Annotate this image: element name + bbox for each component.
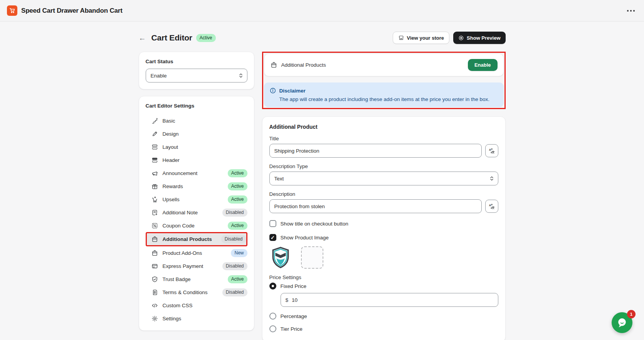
percentage-radio[interactable]: Percentage — [269, 313, 498, 320]
chevron-updown-icon — [239, 73, 243, 78]
eye-icon — [458, 35, 464, 41]
cart-editor-settings-card: Cart Editor Settings Basic Design — [139, 96, 254, 331]
description-type-label: Description Type — [269, 163, 498, 169]
radio-selected[interactable] — [269, 283, 276, 290]
stairs-icon — [151, 117, 158, 125]
translate-icon[interactable]: A — [485, 144, 498, 157]
gear-icon — [151, 315, 158, 322]
item-badge: Active — [228, 222, 247, 230]
credit-card-icon — [151, 263, 158, 270]
sidebar-item-settings[interactable]: Settings — [146, 312, 247, 325]
note-plus-icon — [151, 209, 158, 216]
disclaimer-text: The app will create a product including … — [279, 96, 498, 102]
svg-text:A: A — [489, 148, 491, 151]
item-badge: Disabled — [221, 235, 246, 243]
item-badge: New — [231, 249, 247, 257]
item-badge: Disabled — [222, 262, 247, 270]
annotation-highlight-box: Additional Products Enable Disclaimer Th… — [262, 52, 506, 109]
cart-status-title: Cart Status — [146, 59, 247, 64]
sidebar-item-terms-conditions[interactable]: Terms & Conditions Disabled — [146, 286, 247, 299]
sidebar-item-custom-css[interactable]: Custom CSS — [146, 299, 247, 312]
chat-unread-badge: 1 — [627, 310, 636, 318]
form-title: Additional Product — [269, 124, 498, 130]
item-badge: Active — [228, 182, 247, 190]
price-settings-label: Price Settings — [269, 274, 498, 280]
radio-unselected[interactable] — [269, 325, 276, 332]
show-preview-button[interactable]: Show Preview — [453, 32, 505, 44]
info-icon — [269, 87, 276, 94]
sidebar-item-express-payment[interactable]: Express Payment Disabled — [146, 259, 247, 273]
title-label: Title — [269, 136, 498, 141]
settings-panel-title: Cart Editor Settings — [146, 103, 247, 109]
fixed-price-input[interactable] — [292, 297, 493, 303]
sidebar-item-additional-products[interactable]: Additional Products Disabled — [146, 232, 247, 246]
sidebar-item-design[interactable]: Design — [146, 127, 247, 140]
sidebar-item-announcement[interactable]: Announcement Active — [146, 167, 247, 180]
module-title: Additional Products — [281, 62, 326, 68]
megaphone-icon — [151, 170, 158, 177]
item-badge: Disabled — [222, 288, 247, 296]
sidebar-item-basic[interactable]: Basic — [146, 114, 247, 127]
chevron-updown-icon — [489, 176, 494, 181]
product-box-icon — [151, 249, 158, 257]
back-arrow-icon[interactable]: ← — [139, 34, 146, 42]
ellipsis-menu-icon[interactable] — [625, 7, 637, 15]
additional-products-header-card: Additional Products Enable — [264, 54, 504, 76]
description-input[interactable] — [269, 199, 482, 213]
storefront-icon — [398, 35, 404, 41]
disclaimer-banner: Disclaimer The app will create a product… — [264, 82, 504, 107]
sidebar-item-product-add-ons[interactable]: Product Add-Ons New — [146, 246, 247, 259]
fixed-price-radio[interactable]: Fixed Price — [269, 283, 498, 290]
settings-list: Basic Design Layout — [146, 114, 247, 325]
view-store-button[interactable]: View your store — [393, 32, 450, 44]
page-title: Cart Editor — [151, 33, 192, 42]
page-header: ← Cart Editor Active View your store Sho… — [139, 22, 506, 52]
code-icon — [151, 302, 158, 309]
sidebar-item-upsells[interactable]: Upsells Active — [146, 193, 247, 206]
cart-up-icon — [151, 196, 158, 203]
checkbox-unchecked[interactable] — [269, 220, 276, 227]
sidebar-item-header[interactable]: Header — [146, 153, 247, 167]
item-badge: Active — [228, 275, 247, 283]
item-badge: Active — [228, 169, 247, 177]
empty-image-upload-slot[interactable] — [301, 246, 323, 269]
description-type-select[interactable]: Text — [269, 172, 498, 185]
cart-status-card: Cart Status Enable — [139, 52, 254, 89]
layout-icon — [151, 143, 158, 151]
additional-product-card: Additional Product Title A Description T… — [262, 116, 506, 340]
product-box-icon — [270, 61, 277, 69]
fixed-price-field: $ — [281, 293, 498, 307]
enable-button[interactable]: Enable — [468, 59, 498, 71]
checkbox-checked[interactable]: ✓ — [269, 234, 276, 241]
percent-icon — [151, 222, 158, 229]
svg-text:A: A — [489, 204, 491, 207]
item-badge: Disabled — [222, 209, 247, 217]
shield-protection-image[interactable] — [269, 246, 292, 269]
show-product-image-checkbox[interactable]: ✓ Show Product Image — [269, 234, 498, 241]
radio-unselected[interactable] — [269, 313, 276, 320]
title-input[interactable] — [269, 144, 482, 158]
currency-prefix: $ — [286, 297, 289, 303]
paintbrush-icon — [151, 130, 158, 138]
header-icon — [151, 157, 158, 164]
item-badge: Active — [228, 195, 247, 204]
status-badge: Active — [196, 34, 216, 42]
product-box-icon — [151, 236, 158, 243]
app-logo-icon — [7, 5, 17, 16]
sidebar-item-trust-badge[interactable]: Trust Badge Active — [146, 273, 247, 286]
chat-launcher[interactable]: 1 — [612, 310, 636, 333]
terms-doc-icon — [151, 289, 158, 296]
shield-check-icon — [151, 276, 158, 283]
show-title-checkbox[interactable]: Show title on checkout button — [269, 220, 498, 227]
cart-status-select[interactable]: Enable — [146, 69, 247, 82]
gift-icon — [151, 183, 158, 190]
description-label: Description — [269, 191, 498, 197]
topbar: Speed Cart Drawer Abandon Cart — [0, 0, 644, 22]
disclaimer-title: Disclaimer — [279, 88, 306, 94]
sidebar-item-rewards[interactable]: Rewards Active — [146, 180, 247, 193]
translate-icon[interactable]: A — [485, 200, 498, 213]
sidebar-item-additional-note[interactable]: Additional Note Disabled — [146, 206, 247, 219]
sidebar-item-layout[interactable]: Layout — [146, 140, 247, 153]
tier-price-radio[interactable]: Tier Price — [269, 325, 498, 332]
sidebar-item-coupon-code[interactable]: Coupon Code Active — [146, 219, 247, 232]
